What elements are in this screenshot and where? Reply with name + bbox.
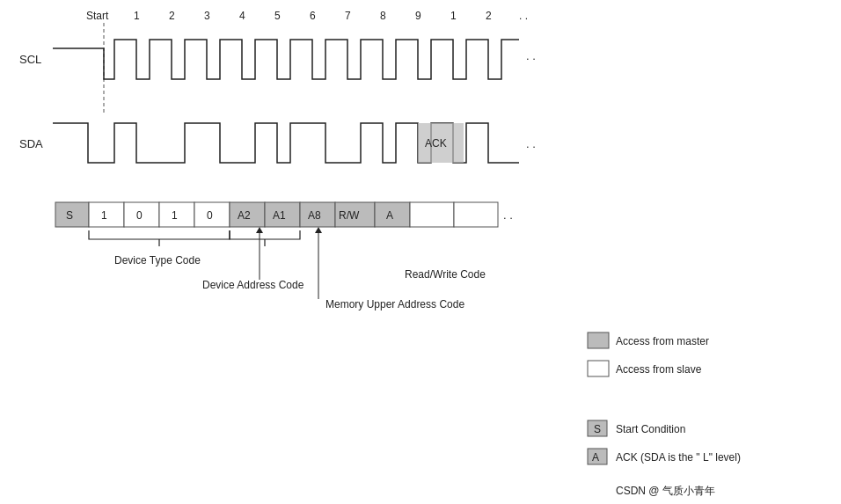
num-3: 3 [204, 10, 210, 22]
legend-start-label: Start Condition [616, 423, 685, 435]
num-4: 4 [239, 10, 245, 22]
scl-waveform [53, 40, 519, 79]
ack-label: ACK [425, 137, 447, 150]
legend-master-label: Access from master [616, 335, 709, 347]
cell-1-label: 1 [101, 209, 107, 222]
cell-a-label: A [386, 209, 393, 222]
device-type-label: Device Type Code [114, 254, 201, 267]
legend-ack-a: A [592, 451, 599, 464]
device-addr-label: Device Address Code [202, 279, 304, 291]
packet-dotdot: . . [503, 208, 513, 222]
scl-dotdot: . . [526, 49, 536, 62]
cell-1b-label: 1 [172, 209, 178, 222]
legend-slave-box [588, 361, 609, 376]
num-1b: 1 [450, 10, 457, 22]
diagram-container: SCL SDA Start 1 2 3 4 5 6 7 8 9 1 2 . . … [0, 0, 841, 504]
legend-master-box [588, 332, 609, 348]
num-8: 8 [380, 10, 386, 22]
cell-s-label: S [66, 209, 73, 222]
num-9: 9 [415, 10, 421, 22]
legend-slave-label: Access from slave [616, 363, 702, 376]
start-label: Start [86, 10, 109, 22]
num-5: 5 [274, 10, 281, 22]
cell-empty2 [454, 202, 498, 227]
watermark: CSDN @ 气质小青年 [616, 485, 715, 497]
num-2b: 2 [486, 10, 492, 22]
legend-start-s: S [594, 423, 601, 435]
cell-rw-label: R/W [339, 209, 360, 222]
mem-upper-label: Memory Upper Address Code [325, 298, 464, 310]
legend-ack-label: ACK (SDA is the " L" level) [616, 451, 741, 464]
num-7: 7 [345, 10, 351, 22]
num-6: 6 [310, 10, 316, 22]
dotdot-top: . . [519, 10, 528, 22]
cell-0b-label: 0 [207, 209, 213, 222]
cell-a8-label: A8 [308, 209, 321, 222]
sda-label: SDA [19, 137, 43, 150]
cell-empty1 [410, 202, 454, 227]
num-1: 1 [134, 10, 140, 22]
brace-device-addr [230, 230, 300, 246]
cell-0a-label: 0 [136, 209, 143, 222]
sda-dotdot: . . [526, 137, 536, 150]
scl-label: SCL [19, 53, 41, 66]
cell-a2-label: A2 [238, 209, 251, 222]
rw-label: Read/Write Code [405, 268, 486, 281]
brace-device-type [89, 230, 230, 246]
arrowhead-device-addr [256, 227, 263, 233]
num-2: 2 [169, 10, 175, 22]
cell-a1-label: A1 [273, 209, 286, 222]
arrowhead-mem-upper [315, 227, 322, 233]
